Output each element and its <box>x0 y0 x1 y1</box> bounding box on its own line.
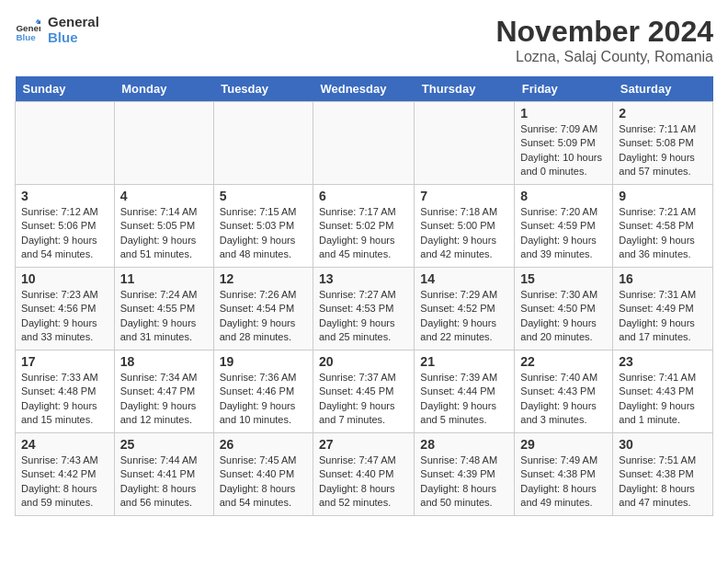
day-number: 16 <box>619 271 707 286</box>
calendar-header: Sunday Monday Tuesday Wednesday Thursday… <box>16 76 713 102</box>
day-number: 1 <box>520 106 607 121</box>
week-row-0: 1Sunrise: 7:09 AMSunset: 5:09 PMDaylight… <box>16 102 713 185</box>
day-cell: 23Sunrise: 7:41 AMSunset: 4:43 PMDayligh… <box>613 350 713 433</box>
day-info: Sunrise: 7:34 AMSunset: 4:47 PMDaylight:… <box>120 371 208 428</box>
day-cell <box>415 102 515 185</box>
day-number: 10 <box>21 271 108 286</box>
day-cell: 7Sunrise: 7:18 AMSunset: 5:00 PMDaylight… <box>415 185 515 268</box>
location-title: Lozna, Salaj County, Romania <box>495 49 713 65</box>
logo: General Blue General Blue <box>15 15 99 45</box>
day-info: Sunrise: 7:15 AMSunset: 5:03 PMDaylight:… <box>220 205 307 262</box>
day-number: 6 <box>319 189 408 203</box>
col-sunday: Sunday <box>16 76 115 102</box>
day-cell: 9Sunrise: 7:21 AMSunset: 4:58 PMDaylight… <box>613 185 713 268</box>
day-cell: 3Sunrise: 7:12 AMSunset: 5:06 PMDaylight… <box>16 185 115 268</box>
day-cell: 17Sunrise: 7:33 AMSunset: 4:48 PMDayligh… <box>16 350 115 433</box>
day-number: 13 <box>319 271 408 286</box>
logo-icon: General Blue <box>15 17 40 43</box>
day-cell: 10Sunrise: 7:23 AMSunset: 4:56 PMDayligh… <box>16 268 115 350</box>
calendar-table: Sunday Monday Tuesday Wednesday Thursday… <box>15 76 713 516</box>
day-info: Sunrise: 7:29 AMSunset: 4:52 PMDaylight:… <box>420 288 508 345</box>
day-cell: 19Sunrise: 7:36 AMSunset: 4:46 PMDayligh… <box>213 350 313 433</box>
day-info: Sunrise: 7:44 AMSunset: 4:41 PMDaylight:… <box>120 454 208 511</box>
day-number: 2 <box>619 106 707 121</box>
day-number: 14 <box>420 271 508 286</box>
calendar-body: 1Sunrise: 7:09 AMSunset: 5:09 PMDaylight… <box>16 102 713 516</box>
month-title: November 2024 <box>495 15 713 49</box>
day-cell: 25Sunrise: 7:44 AMSunset: 4:41 PMDayligh… <box>114 433 213 516</box>
week-row-3: 17Sunrise: 7:33 AMSunset: 4:48 PMDayligh… <box>16 350 713 433</box>
day-cell: 16Sunrise: 7:31 AMSunset: 4:49 PMDayligh… <box>613 268 713 350</box>
day-info: Sunrise: 7:27 AMSunset: 4:53 PMDaylight:… <box>319 288 408 345</box>
day-info: Sunrise: 7:24 AMSunset: 4:55 PMDaylight:… <box>120 288 208 345</box>
day-number: 22 <box>520 354 607 369</box>
day-info: Sunrise: 7:33 AMSunset: 4:48 PMDaylight:… <box>21 371 108 428</box>
day-number: 20 <box>319 354 408 369</box>
day-info: Sunrise: 7:31 AMSunset: 4:49 PMDaylight:… <box>619 288 707 345</box>
day-info: Sunrise: 7:14 AMSunset: 5:05 PMDaylight:… <box>120 205 208 262</box>
day-number: 11 <box>120 271 208 286</box>
day-info: Sunrise: 7:17 AMSunset: 5:02 PMDaylight:… <box>319 205 408 262</box>
day-number: 27 <box>319 437 408 452</box>
col-wednesday: Wednesday <box>313 76 414 102</box>
day-info: Sunrise: 7:36 AMSunset: 4:46 PMDaylight:… <box>220 371 307 428</box>
day-cell: 28Sunrise: 7:48 AMSunset: 4:39 PMDayligh… <box>415 433 515 516</box>
title-area: November 2024 Lozna, Salaj County, Roman… <box>495 15 713 65</box>
day-number: 30 <box>619 437 707 452</box>
day-cell: 21Sunrise: 7:39 AMSunset: 4:44 PMDayligh… <box>415 350 515 433</box>
day-info: Sunrise: 7:12 AMSunset: 5:06 PMDaylight:… <box>21 205 108 262</box>
day-info: Sunrise: 7:11 AMSunset: 5:08 PMDaylight:… <box>619 122 707 179</box>
day-info: Sunrise: 7:37 AMSunset: 4:45 PMDaylight:… <box>319 371 408 428</box>
col-friday: Friday <box>515 76 613 102</box>
day-info: Sunrise: 7:48 AMSunset: 4:39 PMDaylight:… <box>420 454 508 511</box>
day-number: 9 <box>619 189 707 203</box>
day-cell: 5Sunrise: 7:15 AMSunset: 5:03 PMDaylight… <box>213 185 313 268</box>
day-cell: 29Sunrise: 7:49 AMSunset: 4:38 PMDayligh… <box>515 433 613 516</box>
day-number: 4 <box>120 189 208 203</box>
day-info: Sunrise: 7:21 AMSunset: 4:58 PMDaylight:… <box>619 205 707 262</box>
day-number: 26 <box>220 437 307 452</box>
day-number: 23 <box>619 354 707 369</box>
day-number: 24 <box>21 437 108 452</box>
day-number: 25 <box>120 437 208 452</box>
day-cell: 15Sunrise: 7:30 AMSunset: 4:50 PMDayligh… <box>515 268 613 350</box>
day-cell: 4Sunrise: 7:14 AMSunset: 5:05 PMDaylight… <box>114 185 213 268</box>
day-cell: 6Sunrise: 7:17 AMSunset: 5:02 PMDaylight… <box>313 185 414 268</box>
day-info: Sunrise: 7:18 AMSunset: 5:00 PMDaylight:… <box>420 205 508 262</box>
day-number: 17 <box>21 354 108 369</box>
day-info: Sunrise: 7:39 AMSunset: 4:44 PMDaylight:… <box>420 371 508 428</box>
week-row-4: 24Sunrise: 7:43 AMSunset: 4:42 PMDayligh… <box>16 433 713 516</box>
day-cell <box>213 102 313 185</box>
day-info: Sunrise: 7:30 AMSunset: 4:50 PMDaylight:… <box>520 288 607 345</box>
col-thursday: Thursday <box>415 76 515 102</box>
day-cell <box>114 102 213 185</box>
day-number: 12 <box>220 271 307 286</box>
logo-line1: General <box>48 15 99 30</box>
day-cell: 22Sunrise: 7:40 AMSunset: 4:43 PMDayligh… <box>515 350 613 433</box>
col-tuesday: Tuesday <box>213 76 313 102</box>
day-cell: 24Sunrise: 7:43 AMSunset: 4:42 PMDayligh… <box>16 433 115 516</box>
day-info: Sunrise: 7:51 AMSunset: 4:38 PMDaylight:… <box>619 454 707 511</box>
day-cell: 18Sunrise: 7:34 AMSunset: 4:47 PMDayligh… <box>114 350 213 433</box>
day-cell: 8Sunrise: 7:20 AMSunset: 4:59 PMDaylight… <box>515 185 613 268</box>
day-info: Sunrise: 7:20 AMSunset: 4:59 PMDaylight:… <box>520 205 607 262</box>
day-cell: 1Sunrise: 7:09 AMSunset: 5:09 PMDaylight… <box>515 102 613 185</box>
day-cell: 2Sunrise: 7:11 AMSunset: 5:08 PMDaylight… <box>613 102 713 185</box>
day-cell <box>313 102 414 185</box>
day-cell: 14Sunrise: 7:29 AMSunset: 4:52 PMDayligh… <box>415 268 515 350</box>
day-number: 15 <box>520 271 607 286</box>
day-cell: 30Sunrise: 7:51 AMSunset: 4:38 PMDayligh… <box>613 433 713 516</box>
day-info: Sunrise: 7:43 AMSunset: 4:42 PMDaylight:… <box>21 454 108 511</box>
day-number: 21 <box>420 354 508 369</box>
logo-line2: Blue <box>48 30 99 46</box>
day-info: Sunrise: 7:45 AMSunset: 4:40 PMDaylight:… <box>220 454 307 511</box>
day-info: Sunrise: 7:23 AMSunset: 4:56 PMDaylight:… <box>21 288 108 345</box>
day-number: 3 <box>21 189 108 203</box>
day-number: 29 <box>520 437 607 452</box>
day-cell: 13Sunrise: 7:27 AMSunset: 4:53 PMDayligh… <box>313 268 414 350</box>
day-info: Sunrise: 7:40 AMSunset: 4:43 PMDaylight:… <box>520 371 607 428</box>
day-info: Sunrise: 7:09 AMSunset: 5:09 PMDaylight:… <box>520 122 607 179</box>
day-number: 7 <box>420 189 508 203</box>
day-info: Sunrise: 7:47 AMSunset: 4:40 PMDaylight:… <box>319 454 408 511</box>
day-cell: 11Sunrise: 7:24 AMSunset: 4:55 PMDayligh… <box>114 268 213 350</box>
